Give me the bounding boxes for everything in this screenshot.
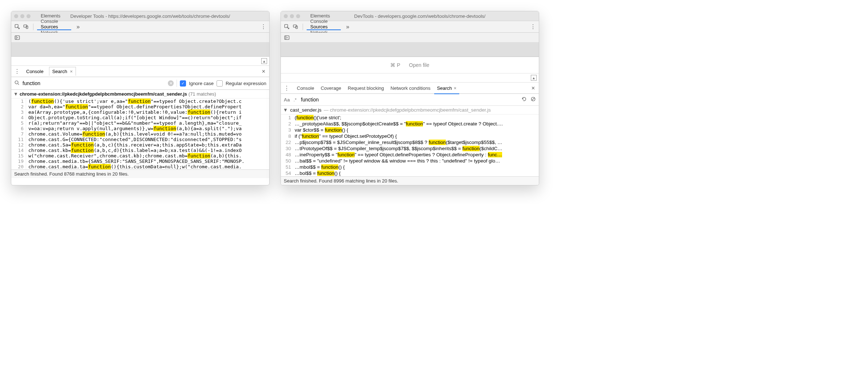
more-panels[interactable] [73,21,83,32]
code-line[interactable]: 15w("chrome.cast.Receiver",chrome.cast.k… [11,153,269,159]
kebab-menu[interactable] [529,23,537,31]
code-line[interactable]: 7chrome.cast.Volume=function(a,b){this.l… [11,131,269,137]
match-case-toggle[interactable]: Aa [284,97,290,103]
drawer-tabbar: Console Search × ✕ [11,66,269,77]
code-line[interactable]: 11chrome.cast.G={CONNECTED:"connected",D… [11,137,269,142]
toolbar-thin: ▲ [281,73,539,83]
expand-up-icon[interactable]: ▲ [261,58,267,64]
caret-down-icon: ▼ [283,107,288,113]
close-drawer-icon[interactable]: ✕ [260,68,267,75]
result-text: …p$jscomp$7$$ = $JSCompiler_inline_resul… [293,140,502,145]
code-line[interactable]: 1(function(){'use strict';var e,aa="func… [11,99,269,104]
result-line[interactable]: 54…bol$$ = function() { [281,170,539,176]
ignore-case-checkbox[interactable] [180,80,186,87]
file-header[interactable]: ▼ chrome-extension://pkedcjkdefgpdelpbcm… [11,90,269,99]
close-icon[interactable]: × [70,69,73,74]
file-header[interactable]: ▼ cast_sender.js — chrome-extension://pk… [281,106,539,115]
drawer-tab-search[interactable]: Search × [49,67,76,76]
panel-tab-elements[interactable]: Elements [307,13,341,19]
search-input[interactable] [22,80,166,87]
drawer-tab-request-blocking[interactable]: Request blocking [345,83,387,93]
kebab-menu[interactable] [260,23,267,31]
line-number: 2 [11,104,26,109]
traffic-close[interactable] [14,14,18,18]
result-line[interactable]: 3var $ctor$$ = function() { [281,127,539,133]
drawer-tab-search[interactable]: Search× [434,83,460,94]
search-input[interactable] [300,96,518,103]
result-line[interactable]: 1(function(){'use strict'; [281,115,539,121]
code-line[interactable]: 4Object.prototype.toString.call(a);if("[… [11,115,269,120]
drawer-kebab[interactable] [283,84,290,92]
result-line[interactable]: 50…bal$$ = "undefined" != typeof window … [281,158,539,164]
code-line[interactable]: 20chrome.cast.media.ta=function(){this.c… [11,164,269,169]
show-navigator-icon[interactable] [283,34,290,41]
close-icon[interactable]: × [454,85,457,91]
result-line[interactable]: 51…mbol$$ = function() { [281,164,539,170]
inspect-icon[interactable] [283,23,290,31]
expand-up-icon[interactable]: ▲ [531,75,537,81]
drawer-tab-console[interactable]: Console [23,67,47,76]
line-number: 50 [281,158,293,164]
line-number: 22 [281,140,293,145]
result-text: if ("function" == typeof Object.setProto… [293,133,397,139]
panel-tab-console[interactable]: Console [37,19,71,24]
device-toggle-icon[interactable] [292,23,299,31]
traffic-close[interactable] [284,14,288,18]
window-right: DevTools - developers.google.com/web/too… [280,11,539,185]
device-toggle-icon[interactable] [22,23,29,31]
code-text: Object.prototype.toString.call(a);if("[o… [26,115,242,120]
drawer-kebab[interactable] [13,68,21,75]
result-line[interactable]: 22…p$jscomp$7$$ = $JSCompiler_inline_res… [281,139,539,145]
result-line[interactable]: 2…_prototypeAlias$$, $$jscomp$objectCrea… [281,121,539,127]
search-icon [14,80,20,87]
line-number: 48 [281,152,293,157]
line-number: 3 [281,127,293,133]
result-text: …tPrototypeOf$$ = $JSCompiler_temp$jscom… [293,146,502,151]
panel-tab-sources[interactable]: Sources [37,24,71,30]
traffic-max[interactable] [27,14,31,18]
toolbar-thin: ▲ [11,57,269,66]
refresh-icon[interactable] [521,96,527,103]
search-bar: ✕ Ignore case Regular expression [11,77,269,90]
regex-checkbox[interactable] [217,80,223,87]
line-number: 8 [281,133,293,139]
panel-tab-elements[interactable]: Elements [37,13,71,19]
traffic-max[interactable] [296,14,300,18]
ignore-case-label: Ignore case [189,81,214,86]
regex-toggle[interactable]: .* [294,97,297,103]
code-text: r(a);return"array"==b||"object"==b&&"num… [26,120,242,126]
inspect-icon[interactable] [13,23,21,31]
cancel-icon[interactable] [530,96,536,103]
code-line[interactable]: 19chrome.cast.media.tb={SANS_SERIF:"SANS… [11,159,269,164]
traffic-min[interactable] [20,14,24,18]
traffic-min[interactable] [290,14,294,18]
code-line[interactable]: 6v=oa:v=pa;return v.apply(null,arguments… [11,126,269,131]
code-text: var da=h,ea="function"==typeof Object.de… [26,104,242,109]
traffic-lights [14,14,31,18]
code-line[interactable]: 3ea(Array.prototype,a,{configurable:!0,w… [11,109,269,115]
code-line[interactable]: 5r(a);return"array"==b||"object"==b&&"nu… [11,120,269,126]
panel-tab-console[interactable]: Console [307,19,341,24]
panel-tab-sources[interactable]: Sources [307,24,341,30]
traffic-lights [284,14,300,18]
regex-label: Regular expression [226,81,266,86]
code-line[interactable]: 2var da=h,ea="function"==typeof Object.d… [11,104,269,109]
show-navigator-icon[interactable] [13,34,21,41]
code-text: chrome.cast.G={CONNECTED:"connected",DIS… [26,137,242,142]
more-panels[interactable] [342,21,353,32]
code-line[interactable]: 12chrome.cast.Sa=function(a,b,c){this.re… [11,142,269,148]
code-text: chrome.cast.media.tb={SANS_SERIF:"SANS_S… [26,159,245,164]
drawer-tab-network-conditions[interactable]: Network conditions [388,83,433,93]
clear-icon[interactable]: ✕ [168,80,174,86]
close-drawer-icon[interactable]: ✕ [529,84,537,92]
svg-point-4 [15,81,18,84]
drawer-tab-console[interactable]: Console [294,83,317,93]
result-line[interactable]: 8if ("function" == typeof Object.setProt… [281,133,539,139]
line-number: 2 [281,121,293,127]
code-text: ea(Array.prototype,a,{configurable:!0,wr… [26,109,242,115]
result-line[interactable]: 48…ineProperty$$ = "function" == typeof … [281,152,539,158]
line-number: 30 [281,146,293,151]
code-line[interactable]: 14chrome.cast.kb=function(a,b,c,d){this.… [11,148,269,153]
drawer-tab-coverage[interactable]: Coverage [318,83,344,93]
result-line[interactable]: 30…tPrototypeOf$$ = $JSCompiler_temp$jsc… [281,145,539,152]
